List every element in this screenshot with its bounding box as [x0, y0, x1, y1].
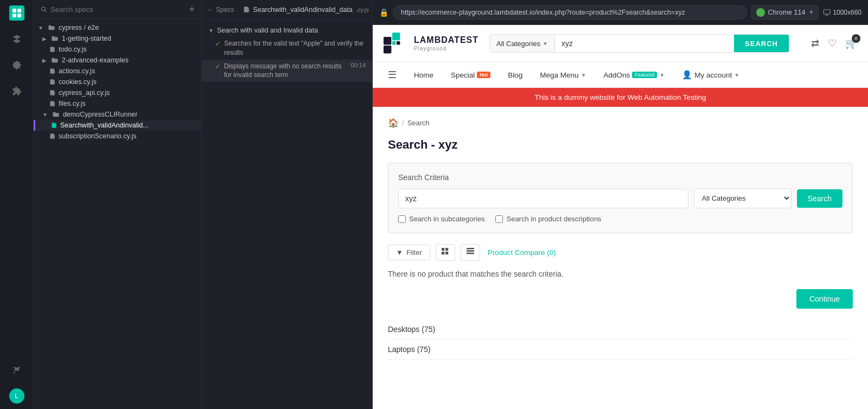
file-actions[interactable]: actions.cy.js [34, 66, 201, 76]
file-cookies[interactable]: cookies.cy.js [34, 76, 201, 87]
cart-badge: 0 [852, 34, 860, 43]
compare-icon[interactable]: ⇄ [811, 37, 819, 49]
product-compare-link[interactable]: Product Compare (0) [488, 248, 556, 257]
nav-item-blog[interactable]: Blog [499, 63, 531, 87]
file-searchwith[interactable]: Searchwith_validAndinvalid... [34, 120, 201, 131]
svg-rect-16 [442, 252, 444, 254]
chevron-right-icon: ▶ [42, 57, 47, 63]
site-content: 🏠 / Search Search - xyz Search Criteria … [373, 107, 868, 370]
search-category-selector[interactable]: All Categories ▼ [490, 35, 555, 52]
nav-label: Mega Menu [540, 71, 578, 79]
continue-button[interactable]: Continue [796, 289, 853, 309]
test-item[interactable]: ✓ Searches for the valid text "Apple" an… [202, 37, 372, 60]
site-search-button[interactable]: SEARCH [734, 35, 789, 52]
sidebar: L [0, 0, 34, 409]
folder-label: demoCypressCLIRunner [63, 111, 138, 118]
subcategories-checkbox[interactable] [398, 215, 406, 223]
file-cypress-api[interactable]: cypress_api.cy.js [34, 87, 201, 98]
test-item[interactable]: ✓ Displays message with no search result… [202, 60, 372, 82]
nav-item-home[interactable]: Home [405, 63, 442, 87]
file-label: files.cy.js [59, 100, 86, 107]
spec-panel-header: ← Specs Searchwith_validAndinvalid_data … [202, 0, 372, 20]
criteria-search-input[interactable] [398, 189, 688, 208]
settings-icon[interactable] [9, 57, 24, 73]
folder-icon [52, 111, 60, 118]
category-list: Desktops (75) Laptops (75) [388, 319, 853, 360]
folder-getting-started[interactable]: ▶ 1-getting-started [34, 33, 201, 44]
folder-label: 2-advanced-examples [62, 56, 129, 64]
site-logo[interactable]: LAMBDATEST Playground [384, 33, 478, 54]
svg-rect-20 [467, 253, 474, 254]
chevron-down-icon: ▼ [42, 112, 48, 118]
file-subscription[interactable]: subscriptionScenario.cy.js [34, 131, 201, 142]
group-name: Search with valid and Invalid data [217, 27, 318, 34]
grid-view-button[interactable] [436, 244, 455, 261]
file-label: Searchwith_validAndinvalid... [60, 122, 149, 129]
nav-item-special[interactable]: Special Hot [442, 63, 499, 87]
hot-badge: Hot [477, 72, 490, 78]
logo-brand: LAMBDATEST [414, 35, 478, 45]
criteria-category-select[interactable]: All Categories [694, 188, 792, 208]
branch-icon[interactable] [9, 362, 24, 378]
folder-demo[interactable]: ▼ demoCypressCLIRunner [34, 109, 201, 120]
search-criteria-title: Search Criteria [398, 173, 843, 182]
criteria-search-button[interactable]: Search [797, 189, 843, 208]
file-icon [49, 79, 55, 85]
folder-advanced[interactable]: ▶ 2-advanced-examples [34, 55, 201, 66]
list-icon [467, 248, 474, 255]
subcategories-label: Search in subcategories [409, 215, 484, 223]
descriptions-option[interactable]: Search in product descriptions [495, 215, 601, 223]
file-label: actions.cy.js [59, 67, 95, 75]
svg-rect-9 [384, 37, 391, 44]
add-spec-button[interactable]: + [189, 4, 195, 14]
nav-label: My account [694, 71, 732, 79]
file-panel: + ▼ cypress / e2e ▶ 1-getting-started to… [34, 0, 202, 409]
file-files[interactable]: files.cy.js [34, 98, 201, 109]
svg-rect-0 [12, 9, 16, 12]
file-todo[interactable]: todo.cy.js [34, 44, 201, 55]
nav-item-addons[interactable]: AddOns Featured ▼ [595, 63, 674, 87]
filter-button[interactable]: ▼ Filter [388, 245, 430, 260]
layers-icon[interactable] [9, 31, 24, 47]
home-icon[interactable]: 🏠 [388, 118, 399, 128]
no-results-message: There is no product that matches the sea… [388, 270, 853, 278]
wishlist-icon[interactable]: ♡ [828, 37, 837, 49]
file-label: todo.cy.js [59, 46, 87, 53]
file-label: cookies.cy.js [59, 78, 97, 86]
chevron-down-icon: ▼ [734, 72, 739, 78]
nav-item-megamenu[interactable]: Mega Menu ▼ [531, 63, 595, 87]
cart-icon[interactable]: 🛒 0 [845, 37, 857, 49]
plugin-icon[interactable] [9, 84, 24, 99]
banner-text: This is a dummy website for Web Automati… [534, 93, 706, 101]
root-folder-label: cypress / e2e [59, 24, 99, 31]
page-title: Search - xyz [388, 138, 853, 152]
svg-rect-14 [442, 248, 444, 251]
search-input[interactable] [50, 5, 189, 14]
file-icon [50, 122, 57, 129]
chevron-down-icon: ▼ [542, 41, 548, 47]
hamburger-menu[interactable]: ☰ [384, 66, 401, 84]
site-search-input[interactable] [555, 35, 734, 52]
specs-label: Specs [216, 6, 234, 14]
svg-rect-10 [392, 33, 400, 40]
logo-text: LAMBDATEST Playground [414, 35, 478, 52]
back-to-specs-button[interactable]: ← Specs [207, 6, 234, 14]
category-item[interactable]: Desktops (75) [388, 319, 853, 340]
user-avatar-icon[interactable]: L [9, 388, 24, 404]
browser-engine-label: Chrome 114 [768, 9, 806, 16]
nav-item-myaccount[interactable]: 👤 My account ▼ [673, 62, 748, 87]
filter-label: Filter [406, 248, 422, 257]
file-label: subscriptionScenario.cy.js [59, 132, 137, 140]
url-bar[interactable]: https://ecommerce-playground.lambdatest.… [393, 5, 747, 20]
svg-rect-18 [467, 248, 474, 250]
descriptions-checkbox[interactable] [495, 215, 503, 223]
site-header: LAMBDATEST Playground All Categories ▼ S… [373, 25, 868, 62]
root-folder[interactable]: ▼ cypress / e2e [34, 22, 201, 33]
category-item[interactable]: Laptops (75) [388, 340, 853, 360]
subcategories-option[interactable]: Search in subcategories [398, 215, 484, 223]
svg-rect-8 [824, 9, 830, 14]
list-view-button[interactable] [461, 244, 480, 261]
folder-icon [51, 35, 59, 42]
search-icon [40, 5, 47, 13]
browser-engine-selector[interactable]: Chrome 114 ▼ [751, 5, 819, 20]
